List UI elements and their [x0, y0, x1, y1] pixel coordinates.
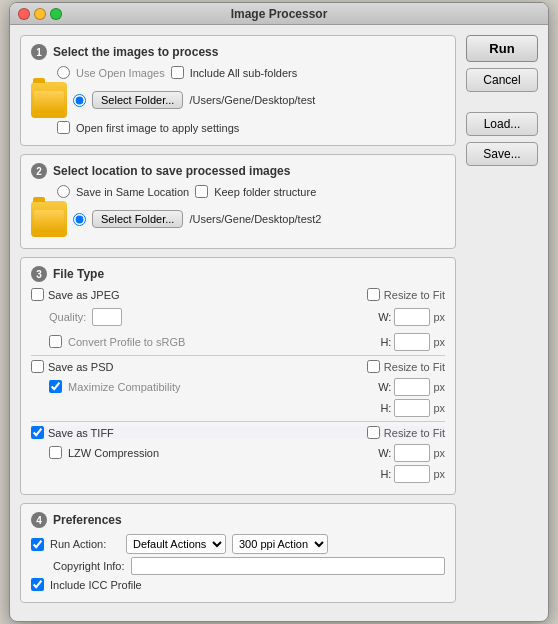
- copyright-input[interactable]: [131, 557, 445, 575]
- jpeg-px1: px: [433, 311, 445, 323]
- psd-left: Save as PSD: [31, 360, 113, 373]
- tiff-h-input[interactable]: [394, 465, 430, 483]
- window-title: Image Processor: [231, 7, 328, 21]
- icc-label: Include ICC Profile: [50, 579, 142, 591]
- select-folder-1-radio[interactable]: [73, 94, 86, 107]
- jpeg-resize-label: Resize to Fit: [384, 289, 445, 301]
- use-open-images-label: Use Open Images: [76, 67, 165, 79]
- jpeg-w-label: W:: [378, 311, 391, 323]
- icc-row: Include ICC Profile: [31, 578, 445, 591]
- quality-input[interactable]: 5: [92, 308, 122, 326]
- folder-icon-inner-1: [34, 91, 64, 113]
- action-select[interactable]: Default Actions Other Action: [126, 534, 226, 554]
- maximize-compat-check[interactable]: [49, 380, 62, 393]
- psd-w-group: W: px: [378, 378, 445, 396]
- psd-h-label: H:: [380, 402, 391, 414]
- section-1: 1 Select the images to process Use Open …: [20, 35, 456, 146]
- include-subfolders-check[interactable]: [171, 66, 184, 79]
- keep-structure-check[interactable]: [195, 185, 208, 198]
- folder-icon-inner-2: [34, 210, 64, 232]
- tiff-left: Save as TIFF: [31, 426, 114, 439]
- section-4-title: Preferences: [53, 513, 122, 527]
- select-folder-1-button[interactable]: Select Folder...: [92, 91, 183, 109]
- main-window: Image Processor 1 Select the images to p…: [9, 2, 549, 622]
- convert-profile-label: Convert Profile to sRGB: [68, 336, 185, 348]
- jpeg-resize-check[interactable]: [367, 288, 380, 301]
- tiff-resize-right: Resize to Fit: [367, 426, 445, 439]
- keep-structure-label: Keep folder structure: [214, 186, 316, 198]
- tiff-resize-check[interactable]: [367, 426, 380, 439]
- section-4: 4 Preferences Run Action: Default Action…: [20, 503, 456, 603]
- sub-action-select[interactable]: 300 ppi Action 72 ppi Action: [232, 534, 328, 554]
- select-folder-2-row: Select Folder... /Users/Gene/Desktop/tes…: [31, 201, 445, 237]
- include-subfolders-label: Include All sub-folders: [190, 67, 298, 79]
- psd-px1: px: [433, 381, 445, 393]
- lzw-label: LZW Compression: [68, 447, 159, 459]
- tiff-w-label: W:: [378, 447, 391, 459]
- run-action-row: Run Action: Default Actions Other Action…: [31, 534, 445, 554]
- section-1-number: 1: [31, 44, 47, 60]
- maximize-btn[interactable]: [50, 8, 62, 20]
- title-bar: Image Processor: [10, 3, 548, 25]
- open-first-image-row: Open first image to apply settings: [57, 121, 445, 134]
- convert-profile-check[interactable]: [49, 335, 62, 348]
- maximize-compat-label: Maximize Compatibility: [68, 381, 180, 393]
- jpeg-h-group: H: px: [380, 333, 445, 351]
- tiff-w-input[interactable]: [394, 444, 430, 462]
- section-3-title: File Type: [53, 267, 104, 281]
- save-jpeg-check[interactable]: [31, 288, 44, 301]
- load-button[interactable]: Load...: [466, 112, 538, 136]
- jpeg-left: Save as JPEG: [31, 288, 120, 301]
- tiff-h-label: H:: [380, 468, 391, 480]
- psd-w-label: W:: [378, 381, 391, 393]
- save-same-label: Save in Same Location: [76, 186, 189, 198]
- icc-check[interactable]: [31, 578, 44, 591]
- section-4-number: 4: [31, 512, 47, 528]
- open-first-image-check[interactable]: [57, 121, 70, 134]
- folder-icon-2: [31, 201, 67, 237]
- select-folder-1-row: Select Folder... /Users/Gene/Desktop/tes…: [31, 82, 445, 118]
- section-1-title: Select the images to process: [53, 45, 218, 59]
- lzw-check[interactable]: [49, 446, 62, 459]
- minimize-btn[interactable]: [34, 8, 46, 20]
- copyright-row: Copyright Info:: [31, 557, 445, 575]
- use-open-images-radio[interactable]: [57, 66, 70, 79]
- tiff-lzw-group: LZW Compression: [49, 446, 159, 459]
- save-psd-check[interactable]: [31, 360, 44, 373]
- folder-icon-1: [31, 82, 67, 118]
- cancel-button[interactable]: Cancel: [466, 68, 538, 92]
- folder-1-path: /Users/Gene/Desktop/test: [189, 94, 315, 106]
- tiff-lzw-row: LZW Compression W: px: [49, 443, 445, 462]
- psd-h-row: H: px: [49, 399, 445, 417]
- jpeg-profile-row: Convert Profile to sRGB H: px: [49, 332, 445, 351]
- jpeg-quality-group: Quality: 5: [49, 308, 122, 326]
- jpeg-h-input[interactable]: [394, 333, 430, 351]
- jpeg-w-group: W: px: [378, 308, 445, 326]
- run-button[interactable]: Run: [466, 35, 538, 62]
- run-action-check[interactable]: [31, 538, 44, 551]
- close-btn[interactable]: [18, 8, 30, 20]
- section-3-number: 3: [31, 266, 47, 282]
- save-jpeg-label: Save as JPEG: [48, 289, 120, 301]
- save-same-radio[interactable]: [57, 185, 70, 198]
- divider-2: [31, 421, 445, 422]
- psd-resize-check[interactable]: [367, 360, 380, 373]
- section-4-header: 4 Preferences: [31, 512, 445, 528]
- side-panel: Run Cancel Load... Save...: [466, 35, 538, 611]
- jpeg-w-input[interactable]: [394, 308, 430, 326]
- main-panel: 1 Select the images to process Use Open …: [20, 35, 456, 611]
- psd-maximize-row: Maximize Compatibility W: px: [49, 377, 445, 396]
- psd-h-input[interactable]: [394, 399, 430, 417]
- save-tiff-check[interactable]: [31, 426, 44, 439]
- tiff-resize-label: Resize to Fit: [384, 427, 445, 439]
- tiff-px2: px: [433, 468, 445, 480]
- jpeg-profile-group: Convert Profile to sRGB: [49, 335, 185, 348]
- copyright-label: Copyright Info:: [53, 560, 125, 572]
- select-folder-2-radio[interactable]: [73, 213, 86, 226]
- save-button[interactable]: Save...: [466, 142, 538, 166]
- save-same-location-row: Save in Same Location Keep folder struct…: [57, 185, 445, 198]
- psd-resize-right: Resize to Fit: [367, 360, 445, 373]
- select-folder-2-button[interactable]: Select Folder...: [92, 210, 183, 228]
- psd-w-input[interactable]: [394, 378, 430, 396]
- folder-2-path: /Users/Gene/Desktop/test2: [189, 213, 321, 225]
